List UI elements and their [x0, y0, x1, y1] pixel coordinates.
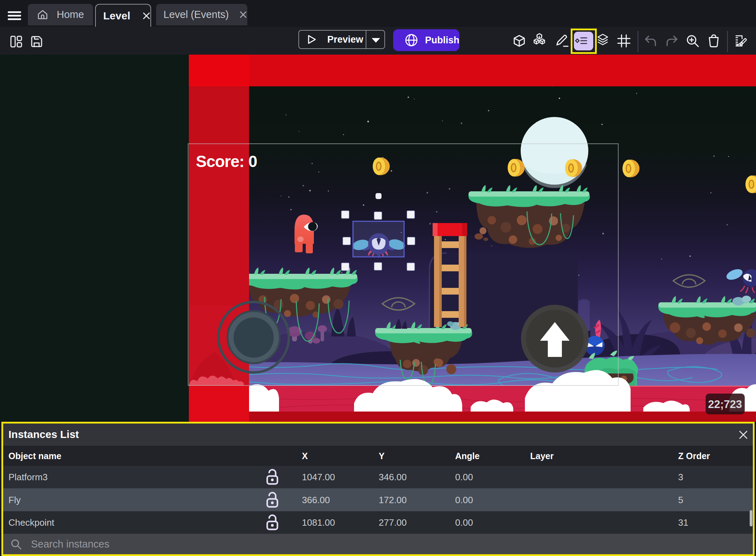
svg-text:22;723: 22;723	[708, 398, 742, 410]
svg-text:Score: 0: Score: 0	[196, 152, 257, 171]
